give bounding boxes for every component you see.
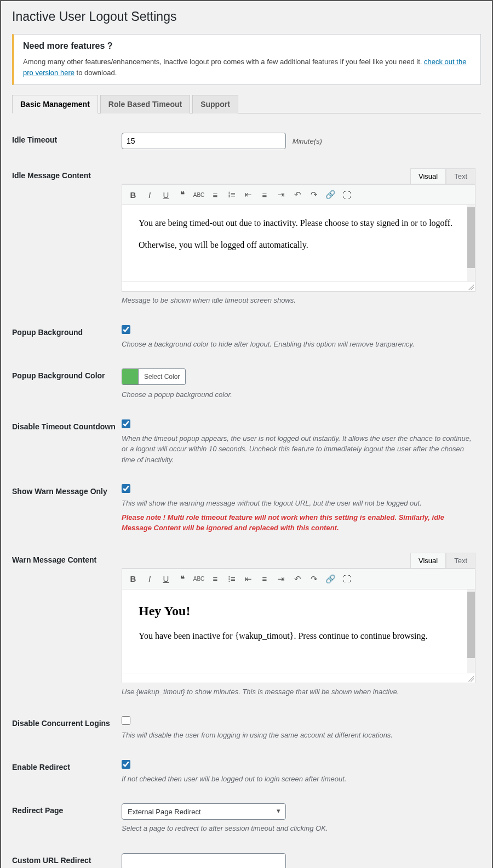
italic-icon[interactable]: I xyxy=(142,571,157,587)
enable-redirect-label: Enable Redirect xyxy=(12,752,122,796)
fullscreen-icon[interactable]: ⛶ xyxy=(339,571,354,587)
undo-icon[interactable]: ↶ xyxy=(290,571,305,587)
popup-bg-label: Popup Background xyxy=(12,317,122,361)
idle-timeout-unit: Minute(s) xyxy=(293,137,322,145)
link-icon[interactable]: 🔗 xyxy=(323,571,338,587)
editor-resize-handle[interactable] xyxy=(122,281,475,291)
warn-message-desc: Use {wakup_timout} to show minutes. This… xyxy=(122,687,475,697)
fullscreen-icon[interactable]: ⛶ xyxy=(339,187,354,202)
disable-concurrent-label: Disable Concurrent Logins xyxy=(12,708,122,752)
quote-icon[interactable]: ❝ xyxy=(175,571,190,587)
number-list-icon[interactable]: ⁞≡ xyxy=(224,187,239,202)
editor-content[interactable]: You are being timed-out out due to inact… xyxy=(122,205,475,281)
editor-content-2[interactable]: Hey You! You have been inactive for {wak… xyxy=(122,589,475,673)
enable-redirect-checkbox[interactable] xyxy=(122,760,130,769)
align-right-icon[interactable]: ⇥ xyxy=(273,571,289,587)
strikethrough-icon[interactable]: ABC xyxy=(191,187,207,202)
tab-basic-management[interactable]: Basic Management xyxy=(12,95,98,114)
show-warn-checkbox[interactable] xyxy=(122,484,130,493)
editor-tabs: Visual Text xyxy=(122,168,475,184)
disable-concurrent-desc: This will disable the user from logging … xyxy=(122,730,475,741)
disable-countdown-label: Disable Timeout Countdown xyxy=(12,411,122,476)
strikethrough-icon[interactable]: ABC xyxy=(191,571,207,587)
show-warn-desc: This will show the warning message witho… xyxy=(122,498,475,509)
editor-tabs-2: Visual Text xyxy=(122,553,475,568)
show-warn-red-note: Please note ! Multi role timeout feature… xyxy=(122,512,475,534)
warn-message-editor[interactable]: B I U ❝ ABC ≡ ⁞≡ ⇤ ≡ ⇥ ↶ ↷ 🔗 ⛶ xyxy=(122,568,475,683)
popup-bg-checkbox[interactable] xyxy=(122,325,130,334)
disable-countdown-checkbox[interactable] xyxy=(122,419,130,428)
redirect-page-select[interactable]: External Page Redirect xyxy=(122,803,286,820)
redo-icon[interactable]: ↷ xyxy=(306,187,322,202)
underline-icon[interactable]: U xyxy=(158,187,174,202)
custom-url-input[interactable] xyxy=(122,853,286,868)
show-warn-label: Show Warn Message Only xyxy=(12,476,122,544)
editor-tab-visual-2[interactable]: Visual xyxy=(410,553,446,568)
link-icon[interactable]: 🔗 xyxy=(323,187,338,202)
editor-resize-handle-2[interactable] xyxy=(122,673,475,683)
align-left-icon[interactable]: ⇤ xyxy=(240,187,256,202)
quote-icon[interactable]: ❝ xyxy=(175,187,190,202)
align-left-icon[interactable]: ⇤ xyxy=(240,571,256,587)
number-list-icon[interactable]: ⁞≡ xyxy=(224,571,239,587)
notice-heading: Need more features ? xyxy=(23,41,472,51)
editor-tab-text-2[interactable]: Text xyxy=(446,553,475,568)
disable-concurrent-checkbox[interactable] xyxy=(122,716,130,725)
popup-bg-color-desc: Choose a popup background color. xyxy=(122,389,475,400)
align-center-icon[interactable]: ≡ xyxy=(257,187,272,202)
redo-icon[interactable]: ↷ xyxy=(306,571,322,587)
color-picker[interactable]: Select Color xyxy=(122,368,186,385)
enable-redirect-desc: If not checked then user will be logged … xyxy=(122,774,475,785)
popup-bg-color-label: Popup Background Color xyxy=(12,360,122,411)
tab-nav: Basic Management Role Based Timeout Supp… xyxy=(12,95,481,114)
bullet-list-icon[interactable]: ≡ xyxy=(208,571,223,587)
page-title: Inactive User Logout Settings xyxy=(12,9,481,24)
redirect-page-desc: Select a page to redirect to after sessi… xyxy=(122,823,475,834)
popup-bg-desc: Choose a background color to hide after … xyxy=(122,339,475,350)
editor-toolbar-2: B I U ❝ ABC ≡ ⁞≡ ⇤ ≡ ⇥ ↶ ↷ 🔗 ⛶ xyxy=(122,569,475,589)
redirect-page-label: Redirect Page xyxy=(12,795,122,845)
italic-icon[interactable]: I xyxy=(142,187,157,202)
idle-timeout-input[interactable] xyxy=(122,133,286,149)
editor-tab-text[interactable]: Text xyxy=(446,168,475,184)
underline-icon[interactable]: U xyxy=(158,571,174,587)
select-color-button[interactable]: Select Color xyxy=(139,369,185,384)
pro-notice: Need more features ? Among many other fe… xyxy=(12,34,481,85)
tab-support[interactable]: Support xyxy=(192,95,238,114)
align-right-icon[interactable]: ⇥ xyxy=(273,187,289,202)
bold-icon[interactable]: B xyxy=(125,187,141,202)
tab-role-based-timeout[interactable]: Role Based Timeout xyxy=(100,95,190,114)
bullet-list-icon[interactable]: ≡ xyxy=(208,187,223,202)
idle-timeout-label: Idle Timeout xyxy=(12,124,122,160)
align-center-icon[interactable]: ≡ xyxy=(257,571,272,587)
color-swatch xyxy=(122,369,139,384)
idle-message-label: Idle Message Content xyxy=(12,160,122,317)
idle-message-desc: Message to be shown when idle timeout sc… xyxy=(122,295,475,306)
bold-icon[interactable]: B xyxy=(125,571,141,587)
notice-text: Among many other features/enhancements, … xyxy=(23,56,472,78)
undo-icon[interactable]: ↶ xyxy=(290,187,305,202)
custom-url-label: Custom URL Redirect xyxy=(12,845,122,868)
editor-tab-visual[interactable]: Visual xyxy=(410,168,446,184)
warn-message-label: Warn Message Content xyxy=(12,544,122,708)
editor-toolbar: B I U ❝ ABC ≡ ⁞≡ ⇤ ≡ ⇥ ↶ ↷ 🔗 ⛶ xyxy=(122,184,475,205)
disable-countdown-desc: When the timeout popup appears, the user… xyxy=(122,433,475,466)
idle-message-editor[interactable]: B I U ❝ ABC ≡ ⁞≡ ⇤ ≡ ⇥ ↶ ↷ 🔗 ⛶ xyxy=(122,184,475,292)
